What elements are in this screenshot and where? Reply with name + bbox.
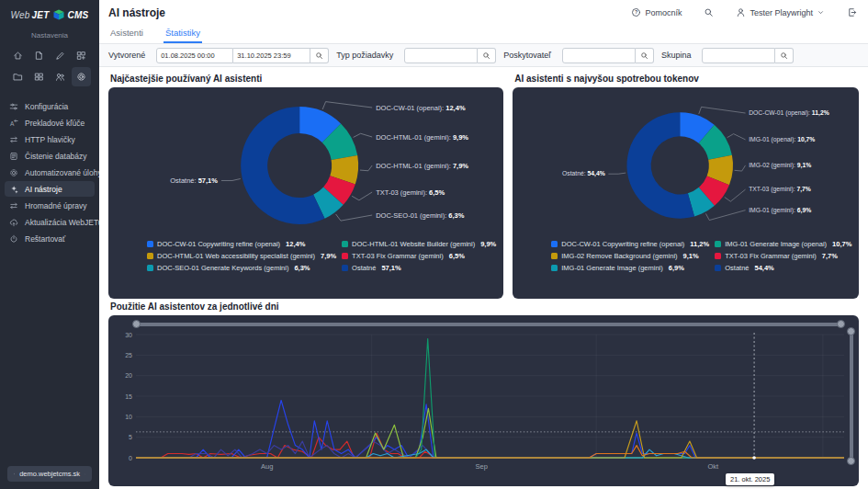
sidebar-item-aktualizacia-webjetu[interactable]: Aktualizácia WebJETu [5, 214, 95, 230]
legend-label: TXT-03 Fix Grammar (gemini) [725, 252, 817, 260]
legend-item[interactable]: DOC-CW-01 Copywriting refine (openai)12,… [147, 240, 336, 248]
y-axis-tick: 25 [125, 352, 132, 358]
slice-label: DOC-CW-01 (openai): 11,2% [749, 109, 829, 117]
y-axis-tick: 30 [125, 332, 132, 338]
sidebar-item-ai-nastroje[interactable]: AI nástroje [5, 181, 95, 197]
legend-item[interactable]: DOC-HTML-01 Web accessibility specialist… [147, 252, 336, 260]
tab-asistenti[interactable]: Asistenti [108, 25, 145, 43]
legend-swatch [715, 265, 721, 271]
person-icon [736, 7, 746, 17]
sidebar-item-label: Aktualizácia WebJETu [25, 218, 103, 227]
legend-item[interactable]: TXT-03 Fix Grammar (gemini)6,5% [342, 252, 496, 260]
legend-item[interactable]: IMG-01 Generate Image (gemini)6,9% [551, 264, 709, 272]
sidebar-item-cistenie-databazy[interactable]: Čistenie databázy [5, 148, 95, 164]
sidebar-section-label: Nastavenia [0, 31, 99, 40]
provider-search-button[interactable] [636, 48, 654, 63]
provider-filter-label: Poskytovateľ [503, 51, 551, 60]
user-menu[interactable]: Tester Playwright [736, 7, 825, 17]
legend-value: 54,4% [754, 264, 773, 272]
sidebar-item-restartovat[interactable]: Reštartovať [5, 231, 95, 246]
request-type-input[interactable] [404, 48, 478, 63]
translate-icon: A [9, 119, 18, 128]
edit-grid-item[interactable] [51, 46, 70, 65]
legend-swatch [715, 241, 721, 247]
legend-item[interactable]: Ostatné54,4% [715, 264, 851, 272]
group-search-button[interactable] [775, 48, 794, 63]
sidebar-item-prekladove-kluce[interactable]: APrekladové kľúče [5, 115, 95, 131]
global-search-button[interactable] [704, 7, 714, 17]
callout-line [336, 214, 373, 221]
legend-value: 7,9% [321, 252, 336, 260]
legend-item[interactable]: DOC-SEO-01 Generate Keywords (gemini)6,3… [147, 264, 336, 272]
document-grid-item[interactable] [29, 46, 49, 65]
search-icon [780, 51, 788, 60]
logout-icon [847, 7, 857, 17]
legend-item[interactable]: IMG-02 Remove Background (gemini)9,1% [551, 252, 709, 260]
help-button[interactable]: ? Pomocník [631, 7, 682, 17]
legend-item[interactable]: Ostatné57,1% [342, 264, 496, 272]
search-icon [315, 51, 323, 60]
sidebar-item-label: AI nástroje [25, 185, 62, 194]
folder-grid-item[interactable] [8, 67, 28, 86]
legend-item[interactable]: DOC-HTML-01 Website Builder (gemini)9,9% [342, 240, 496, 248]
date-search-button[interactable] [310, 48, 329, 63]
legend-label: TXT-03 Fix Grammar (gemini) [352, 252, 444, 260]
help-icon: ? [631, 7, 641, 17]
donut1-title: Najčastejšie používaný AI asistenti [110, 74, 503, 84]
users-grid-item[interactable] [51, 67, 70, 86]
group-filter-label: Skupina [661, 51, 692, 60]
modules-grid-item[interactable] [72, 46, 91, 65]
svg-text:?: ? [635, 9, 638, 15]
sidebar-menu: KonfiguráciaAPrekladové kľúčeHTTP hlavič… [0, 98, 99, 246]
callout-line [706, 210, 746, 221]
donut1-legend: DOC-CW-01 Copywriting refine (openai)12,… [116, 236, 496, 272]
donut2-title: AI asistenti s najvyšou spotrebou tokeno… [514, 74, 859, 84]
slice-label: IMG-01 (gemini): 6,9% [749, 207, 811, 214]
gear-grid-item[interactable] [72, 67, 91, 86]
created-filter-label: Vytvorené [108, 51, 145, 60]
date-from-input[interactable] [156, 48, 233, 63]
legend-swatch [551, 253, 558, 259]
legend-item[interactable]: TXT-03 Fix Grammar (gemini)7,7% [715, 252, 851, 260]
sidebar-item-http-hlavicky[interactable]: HTTP hlavičky [5, 131, 95, 147]
sidebar-item-automatizovane-ulohy[interactable]: Automatizované úlohy [5, 165, 95, 180]
home-grid-item[interactable] [8, 46, 28, 65]
legend-swatch [715, 253, 721, 259]
slice-label: DOC-HTML-01 (gemini): 9,9% [376, 133, 468, 142]
legend-swatch [551, 241, 558, 247]
logo-web: Web [11, 10, 30, 20]
request-type-search-button[interactable] [478, 48, 496, 63]
group-input[interactable] [702, 48, 775, 63]
x-axis-month-label: Sep [476, 462, 488, 471]
x-axis-month-label: Okt [708, 462, 720, 471]
logo-jet: JET [32, 10, 50, 20]
legend-label: DOC-CW-01 Copywriting refine (openai) [157, 240, 280, 248]
logout-button[interactable] [847, 7, 857, 17]
logo-cms: CMS [68, 10, 89, 20]
slice-label: IMG-01 (openai): 10,7% [749, 136, 815, 143]
slice-label: IMG-02 (gemini): 9,1% [749, 162, 811, 169]
sidebar-item-konfiguracia[interactable]: Konfigurácia [5, 98, 95, 114]
scrollbar-track[interactable] [136, 323, 842, 326]
provider-input[interactable] [562, 48, 636, 63]
slice-label: TXT-03 (gemini): 7,7% [749, 186, 811, 193]
slice-label: DOC-HTML-01 (gemini): 7,9% [376, 162, 468, 170]
scrollbar-track[interactable] [850, 330, 853, 462]
legend-item[interactable]: IMG-01 Generate Image (openai)10,7% [715, 240, 851, 248]
svg-text:A: A [10, 119, 15, 126]
legend-item[interactable]: DOC-CW-01 Copywriting refine (openai)11,… [551, 240, 709, 248]
legend-swatch [342, 241, 348, 247]
line-series [136, 421, 844, 458]
apps-grid-item[interactable] [29, 67, 49, 86]
callout-line [322, 102, 372, 109]
line-chart-usage-per-day: 051015202530AugSepOkt [114, 327, 849, 472]
legend-value: 9,9% [480, 240, 496, 248]
topbar: AI nástroje ? Pomocník Tester Playwright [99, 0, 868, 25]
gear-icon [76, 72, 86, 82]
date-to-input[interactable] [233, 48, 310, 63]
tab-statistiky[interactable]: Štatistiky [163, 25, 202, 43]
domain-selector[interactable]: demo.webjetcms.sk [7, 466, 92, 482]
callout-line [352, 192, 372, 200]
sidebar-item-hromadne-upravy[interactable]: Hromadné úpravy [5, 198, 95, 213]
donut-chart-most-used: DOC-CW-01 (openai): 12,4%DOC-HTML-01 (ge… [116, 93, 496, 236]
